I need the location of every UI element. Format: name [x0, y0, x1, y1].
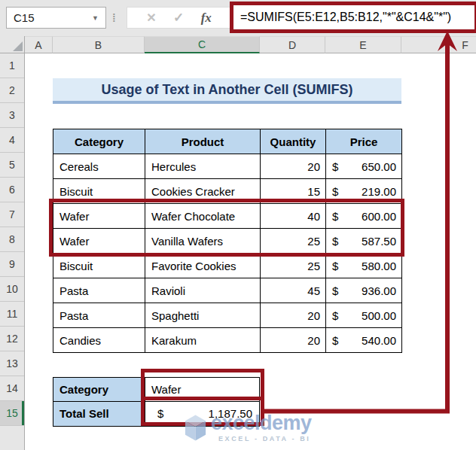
row-header-4[interactable]: 4 — [0, 128, 24, 153]
table-row: CerealsHercules20$650.00 — [53, 154, 402, 179]
row-header-1[interactable]: 1 — [0, 53, 24, 78]
watermark-tagline: EXCEL - DATA - BI — [218, 435, 312, 442]
table-header-product[interactable]: Product — [145, 129, 261, 154]
row-header-9[interactable]: 9 — [0, 252, 24, 277]
table-row: PastaRavioli45$936.00 — [53, 278, 402, 303]
name-box-dropdown-icon[interactable]: ▼ — [92, 14, 105, 22]
cell-category[interactable]: Candies — [53, 328, 145, 353]
cell-category[interactable]: Pasta — [53, 303, 145, 328]
highlight-box-result-cell — [141, 397, 264, 426]
price-value: 219.00 — [362, 185, 396, 198]
row-header-8[interactable]: 8 — [0, 227, 24, 252]
cell-quantity[interactable]: 20 — [261, 303, 326, 328]
currency-symbol: $ — [332, 260, 338, 272]
cell-product[interactable]: Hercules — [145, 154, 261, 179]
page-title: Usage of Text in Another Cell (SUMIFS) — [101, 82, 352, 98]
column-header-E[interactable]: E — [325, 36, 401, 53]
row-header-11[interactable]: 11 — [0, 302, 24, 327]
highlight-box-wafer-rows — [49, 199, 404, 257]
currency-symbol: $ — [332, 160, 338, 173]
formula-input[interactable]: =SUMIFS(E5:E12,B5:B12,"*"&C14&"*") — [230, 2, 476, 33]
cell-quantity[interactable]: 25 — [261, 254, 326, 278]
currency-symbol: $ — [332, 284, 338, 297]
cell-category[interactable]: Pasta — [53, 278, 145, 303]
column-header-D[interactable]: D — [260, 36, 325, 53]
row-header-7[interactable]: 7 — [0, 202, 24, 227]
row-header-6[interactable]: 6 — [0, 178, 24, 202]
row-header-12[interactable]: 12 — [0, 327, 24, 351]
cell-price[interactable]: $580.00 — [326, 254, 402, 278]
cell-category[interactable]: Cereals — [53, 154, 145, 179]
table-header-row: CategoryProductQuantityPrice — [53, 129, 402, 154]
currency-symbol: $ — [332, 309, 338, 322]
summary-total-label-cell[interactable]: Total Sell — [53, 402, 144, 426]
column-header-B[interactable]: B — [53, 36, 145, 53]
insert-function-icon[interactable]: fx — [201, 11, 212, 26]
highlight-box-criteria-cell — [141, 369, 264, 400]
currency-symbol: $ — [332, 185, 338, 198]
cell-price[interactable]: $650.00 — [326, 154, 402, 179]
table-row: BiscuitFavorite Cookies25$580.00 — [53, 254, 402, 278]
cell-price[interactable]: $936.00 — [326, 278, 402, 303]
select-all-triangle-icon — [13, 41, 23, 51]
excel-window: C15 ▼ ⁞ ✕ ✓ fx =SUMIFS(E5:E12,B5:B12,"*"… — [0, 0, 476, 450]
cell-category[interactable]: Biscuit — [53, 254, 145, 278]
column-header-F[interactable]: F — [401, 36, 476, 53]
table-header-price[interactable]: Price — [326, 129, 402, 154]
row-header-10[interactable]: 10 — [0, 277, 24, 302]
cell-quantity[interactable]: 45 — [261, 278, 326, 303]
price-value: 540.00 — [362, 334, 396, 347]
row-header-13[interactable]: 13 — [0, 351, 24, 376]
title-banner[interactable]: Usage of Text in Another Cell (SUMIFS) — [53, 78, 401, 104]
table-header-category[interactable]: Category — [53, 129, 145, 154]
cancel-icon[interactable]: ✕ — [146, 11, 156, 25]
currency-symbol: $ — [332, 334, 338, 347]
row-header-5[interactable]: 5 — [0, 153, 24, 178]
cell-quantity[interactable]: 20 — [261, 154, 326, 179]
table-row: CandiesKarakum20$540.00 — [53, 328, 402, 353]
price-value: 650.00 — [362, 160, 396, 173]
column-header-A[interactable]: A — [25, 36, 53, 53]
name-box-value: C15 — [7, 11, 92, 24]
cell-product[interactable]: Spaghetti — [145, 303, 261, 328]
cell-price[interactable]: $540.00 — [326, 328, 402, 353]
name-box[interactable]: C15 ▼ — [6, 7, 106, 29]
select-all-corner[interactable] — [0, 36, 25, 53]
formula-bar-drag-handle-icon: ⁞ — [112, 7, 116, 29]
price-value: 580.00 — [362, 260, 396, 272]
row-headers: 123456789101112131415 — [0, 53, 25, 450]
cell-price[interactable]: $500.00 — [326, 303, 402, 328]
column-header-C[interactable]: C — [145, 36, 260, 53]
summary-category-label-cell[interactable]: Category — [53, 378, 144, 402]
table-header-quantity[interactable]: Quantity — [261, 129, 326, 154]
price-value: 936.00 — [362, 284, 396, 297]
price-value: 500.00 — [362, 309, 396, 322]
cell-product[interactable]: Favorite Cookies — [145, 254, 261, 278]
cell-product[interactable]: Karakum — [145, 328, 261, 353]
enter-icon[interactable]: ✓ — [173, 10, 184, 26]
row-header-15[interactable]: 15 — [0, 401, 24, 426]
table-row: PastaSpaghetti20$500.00 — [53, 303, 402, 328]
row-header-2[interactable]: 2 — [0, 78, 24, 103]
formula-bar-area: C15 ▼ ⁞ ✕ ✓ fx =SUMIFS(E5:E12,B5:B12,"*"… — [0, 0, 476, 36]
formula-buttons: ✕ ✓ fx — [127, 7, 231, 29]
cell-product[interactable]: Ravioli — [145, 278, 261, 303]
row-header-14[interactable]: 14 — [0, 376, 24, 401]
formula-text: =SUMIFS(E5:E12,B5:B12,"*"&C14&"*") — [240, 11, 451, 24]
cell-quantity[interactable]: 20 — [261, 328, 326, 353]
summary-labels: Category Total Sell — [53, 377, 145, 427]
row-header-3[interactable]: 3 — [0, 103, 24, 128]
